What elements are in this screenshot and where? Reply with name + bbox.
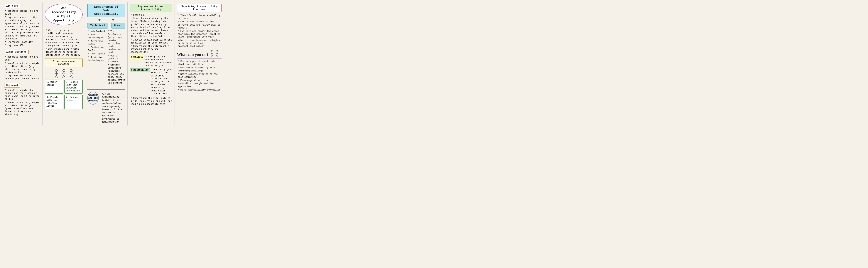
- usability-text: - designing your website to be effective…: [146, 55, 172, 67]
- web-accessibility-bullets: Web is replacing traditional resources. …: [45, 29, 83, 57]
- svg-line-21: [212, 53, 214, 54]
- approaches-title: Approaches to Web Accessibility: [130, 4, 172, 12]
- svg-line-17: [71, 75, 72, 78]
- svg-line-14: [69, 72, 71, 74]
- bullet-item: benefits people who are blind: [4, 10, 40, 16]
- what-can-bullets: Foster a positive attitude about accessi…: [177, 60, 221, 91]
- web-accessibility-oval: Web Accessibility= Equal Opportunity: [45, 4, 83, 27]
- svg-point-12: [70, 69, 72, 71]
- technical-box: Technical: [87, 23, 108, 29]
- bullet-item: benefits not only people with disabiliti…: [4, 62, 40, 74]
- user-box-1: 1. Older people: [45, 80, 63, 94]
- svg-line-8: [62, 72, 64, 74]
- bullet-item: Share success stories to the tech commun…: [177, 73, 221, 79]
- bullet-item: Identify all the accessibility barriers: [177, 14, 221, 20]
- user-box-2: 2. People with low bandwith connections: [64, 80, 83, 94]
- stick-figure-pair: [210, 50, 219, 57]
- svg-point-18: [211, 50, 213, 52]
- user-grid: 1. Older people 2. People with low bandw…: [45, 80, 83, 109]
- components-title: Components ofWeb Accessibility: [87, 4, 125, 17]
- stick-figure-3: [69, 69, 74, 78]
- keyboard-section: Keyboard benefits people who cannot use …: [4, 83, 40, 116]
- bullet-item: Involve people with different disabiliti…: [130, 38, 172, 44]
- bullet-item: increases usability: [4, 41, 40, 44]
- usability-row: Usability - designing your website to be…: [130, 55, 172, 67]
- panel-approaches: Approaches to Web Accessibility Start no…: [128, 2, 175, 125]
- stick-figure-2: [61, 69, 66, 78]
- bullet-item: Understand the relationship between Usab…: [130, 45, 172, 54]
- bullet-item: Authoring Tools: [88, 40, 105, 46]
- arrow-left: [98, 19, 101, 21]
- bullet-item: Content Developers (includes everyone wh…: [107, 64, 125, 85]
- usability-label: Usability: [130, 55, 145, 59]
- svg-line-23: [212, 55, 213, 57]
- human-box: Human: [111, 23, 125, 29]
- panel-web-accessibility: Web Accessibility= Equal Opportunity Web…: [42, 2, 85, 125]
- svg-line-22: [211, 55, 212, 57]
- bullet-item: Web Technologies: [88, 33, 105, 39]
- approaches-bullets: Start now Start by understanding the iss…: [130, 14, 172, 54]
- keyboard-title: Keyboard: [4, 83, 20, 88]
- purple-underline: [177, 58, 221, 58]
- panel-repairing: Repairing Accessibility Problems Identif…: [175, 2, 222, 125]
- bullet-item: Understand the vital role of guidelines …: [130, 97, 172, 106]
- svg-line-28: [216, 55, 217, 57]
- alt-text-bullets: benefits people who are blind improves a…: [4, 10, 40, 47]
- alt-text-title: Alt text: [4, 4, 20, 8]
- panel-alt-captions-keyboard: Alt text benefits people who are blind i…: [2, 2, 42, 125]
- alt-text-section: Alt text benefits people who are blind i…: [4, 4, 40, 47]
- bullet-item: improves SEO since transcripts can be in…: [4, 74, 40, 80]
- svg-line-15: [71, 72, 73, 74]
- components-container: Components ofWeb Accessibility Technical…: [87, 4, 125, 88]
- technical-bullets: Web Content Web Technologies Authoring T…: [88, 30, 105, 85]
- svg-line-26: [215, 53, 217, 54]
- svg-line-11: [64, 75, 65, 78]
- bullet-item: Embrace accessibility as a rewarding cha…: [177, 66, 221, 72]
- bullet-item: Tool Developers (people who create autho…: [107, 30, 125, 54]
- svg-point-24: [216, 50, 218, 52]
- chicken-egg-quote: "If an accessibility feature is not impl…: [102, 93, 125, 124]
- other-users-box: Other users who benefits: [45, 58, 83, 67]
- svg-line-29: [217, 55, 218, 57]
- bullet-item: Many accessibility barriers to media can…: [45, 35, 83, 48]
- stick-figure-1: [54, 69, 59, 78]
- panel-components: Components ofWeb Accessibility Technical…: [85, 2, 128, 125]
- what-can-row: What can you do?: [177, 50, 221, 58]
- accessibility-row: Accessibility - designing your website t…: [130, 68, 172, 95]
- audio-captions-section: Audio Captions benefits people who are d…: [4, 50, 40, 80]
- chicken-egg-row: "Chicken and egg problem" "If an accessi…: [87, 92, 125, 124]
- bullet-item: Evaluation Tools: [88, 46, 105, 52]
- bullet-item: Fix serious accessibility barriers that …: [177, 20, 221, 29]
- bullet-item: Assistive Technologies: [88, 56, 105, 62]
- bullet-item: Evaluate and repair the areas that have …: [177, 30, 221, 48]
- bullet-item: improves accessibility without changing …: [4, 16, 40, 25]
- bullet-item: benefits not only people with disabiliti…: [4, 101, 40, 116]
- svg-line-3: [56, 72, 58, 74]
- bullet-item: benefits people who cannot use their arm…: [4, 89, 40, 101]
- human-bullets: Tool Developers (people who create autho…: [107, 30, 125, 85]
- svg-line-5: [56, 75, 58, 78]
- bullet-item: Start now: [130, 14, 172, 17]
- audio-captions-title: Audio Captions: [4, 50, 29, 54]
- svg-line-27: [217, 53, 218, 54]
- svg-point-0: [55, 69, 58, 71]
- vital-role-bullet: Understand the vital role of guidelines …: [130, 97, 172, 106]
- svg-line-2: [55, 72, 56, 74]
- stick-figure-a: [210, 50, 214, 57]
- keyboard-bullets: benefits people who cannot use their arm…: [4, 89, 40, 116]
- svg-line-10: [62, 75, 64, 78]
- what-can-title: What can you do?: [177, 52, 209, 57]
- bullet-item: Start by understanding the issues "Befor…: [130, 17, 172, 38]
- stick-figures: [45, 69, 83, 78]
- bullet-item: Encourage sites to be accessible through…: [177, 79, 221, 88]
- user-box-3: 3. People with low literacy levels: [45, 95, 63, 109]
- svg-line-16: [70, 75, 71, 78]
- bullet-item: Web Content: [88, 30, 105, 33]
- repairing-bullets: Identify all the accessibility barriers …: [177, 14, 221, 48]
- bullet-item: Web is replacing traditional resources.: [45, 29, 83, 35]
- bullet-item: Be an accessibility evangelist: [177, 88, 221, 91]
- stick-figure-b: [215, 50, 219, 57]
- bullet-item: Users (website visitors): [107, 54, 125, 63]
- bullet-item: benefits not only people with disabiliti…: [4, 25, 40, 40]
- user-box-4: 4. New web users: [64, 95, 83, 109]
